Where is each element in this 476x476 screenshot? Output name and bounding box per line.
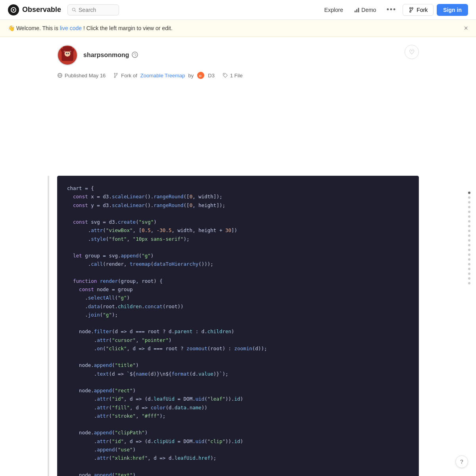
signal-icon [354, 7, 360, 13]
side-dot-18[interactable] [468, 273, 470, 275]
author-section: sharpsonmong ♡ [57, 45, 419, 65]
side-dot-20[interactable] [468, 282, 470, 284]
svg-rect-6 [358, 8, 359, 12]
svg-line-3 [75, 11, 76, 12]
svg-text:D: D [199, 74, 202, 77]
side-dot-3[interactable] [468, 201, 470, 203]
side-dot-8[interactable] [468, 225, 470, 227]
meta-info: Published May 16 Fork of Zoomable Treema… [57, 72, 419, 79]
files-text: 1 File [230, 73, 243, 79]
cell-left-bar[interactable] [48, 176, 49, 476]
side-dot-9[interactable] [468, 230, 470, 232]
explore-link[interactable]: Explore [321, 4, 347, 15]
side-dot-16[interactable] [468, 263, 470, 265]
logo-icon [8, 4, 19, 15]
main-header: Observable Explore Demo ••• [0, 0, 476, 20]
side-dot-4[interactable] [468, 206, 470, 208]
svg-point-13 [65, 51, 71, 57]
logo-link[interactable]: Observable [8, 4, 61, 15]
svg-point-7 [410, 7, 411, 9]
side-dot-10[interactable] [468, 234, 470, 237]
svg-rect-14 [66, 53, 67, 54]
logo-text: Observable [22, 6, 61, 14]
side-dot-13[interactable] [468, 249, 470, 251]
svg-point-29 [224, 74, 225, 75]
side-dot-15[interactable] [468, 258, 470, 261]
fork-text: Fork of [121, 73, 137, 79]
published-text: Published May 16 [65, 73, 106, 79]
code-cell-container: chart = { const x = d3.scaleLinear().ran… [57, 176, 419, 476]
main-content: sharpsonmong ♡ Publishe [48, 37, 428, 476]
author-name-text: sharpsonmong [83, 52, 129, 59]
svg-rect-17 [63, 46, 72, 50]
side-dot-2[interactable] [468, 196, 470, 199]
published-meta: Published May 16 [57, 73, 106, 79]
search-icon [72, 7, 76, 12]
author-info: sharpsonmong [57, 45, 138, 65]
fork-icon [409, 7, 414, 13]
svg-rect-15 [68, 53, 69, 54]
svg-point-9 [410, 11, 411, 12]
help-button[interactable]: ? [455, 455, 468, 468]
side-dot-11[interactable] [468, 239, 470, 242]
content-spacer [57, 88, 419, 152]
signin-button[interactable]: Sign in [437, 4, 468, 16]
fork-button[interactable]: Fork [403, 4, 434, 16]
globe-icon [57, 73, 63, 78]
svg-point-20 [132, 52, 138, 58]
svg-rect-5 [356, 9, 357, 12]
search-input[interactable] [79, 7, 115, 13]
svg-point-25 [117, 73, 118, 74]
svg-rect-19 [70, 51, 71, 52]
demo-link[interactable]: Demo [350, 4, 380, 15]
side-dot-14[interactable] [468, 253, 470, 256]
fork-meta: Fork of Zoomable Treemap by D D3 [113, 72, 215, 79]
live-code-link[interactable]: live code [60, 25, 82, 31]
git-icon [132, 52, 138, 59]
side-dot-7[interactable] [468, 220, 470, 223]
side-dot-1[interactable] [468, 192, 470, 194]
side-dot-5[interactable] [468, 211, 470, 213]
search-box[interactable] [67, 4, 119, 15]
welcome-banner: 👋 Welcome. This is live code ! Click the… [0, 20, 476, 37]
banner-text: 👋 Welcome. This is live code ! Click the… [8, 25, 173, 31]
author-name-area: sharpsonmong [83, 52, 138, 59]
fork-by-text: by [188, 73, 194, 79]
banner-close-button[interactable]: × [464, 25, 468, 32]
fork-author-link[interactable]: D3 [208, 73, 215, 79]
code-cell[interactable]: chart = { const x = d3.scaleLinear().ran… [57, 176, 419, 476]
svg-point-1 [13, 9, 14, 11]
heart-button[interactable]: ♡ [405, 45, 419, 59]
header-nav: Explore Demo ••• Fork Sign in [321, 3, 468, 16]
d3-avatar-icon: D [197, 72, 204, 79]
files-meta: 1 File [223, 73, 243, 79]
fork-link[interactable]: Zoomable Treemap [140, 73, 185, 79]
tag-icon [223, 73, 228, 78]
svg-point-26 [115, 77, 116, 78]
svg-rect-18 [64, 51, 65, 52]
side-dot-19[interactable] [468, 277, 470, 280]
more-button[interactable]: ••• [383, 3, 399, 16]
svg-point-24 [115, 73, 116, 74]
side-nav [468, 192, 470, 284]
side-dot-6[interactable] [468, 215, 470, 218]
svg-rect-4 [355, 10, 356, 12]
svg-point-8 [412, 7, 413, 9]
side-dot-12[interactable] [468, 244, 470, 246]
side-dot-17[interactable] [468, 268, 470, 270]
fork-meta-icon [113, 73, 119, 78]
avatar [57, 45, 78, 65]
code-content: chart = { const x = d3.scaleLinear().ran… [67, 184, 409, 476]
